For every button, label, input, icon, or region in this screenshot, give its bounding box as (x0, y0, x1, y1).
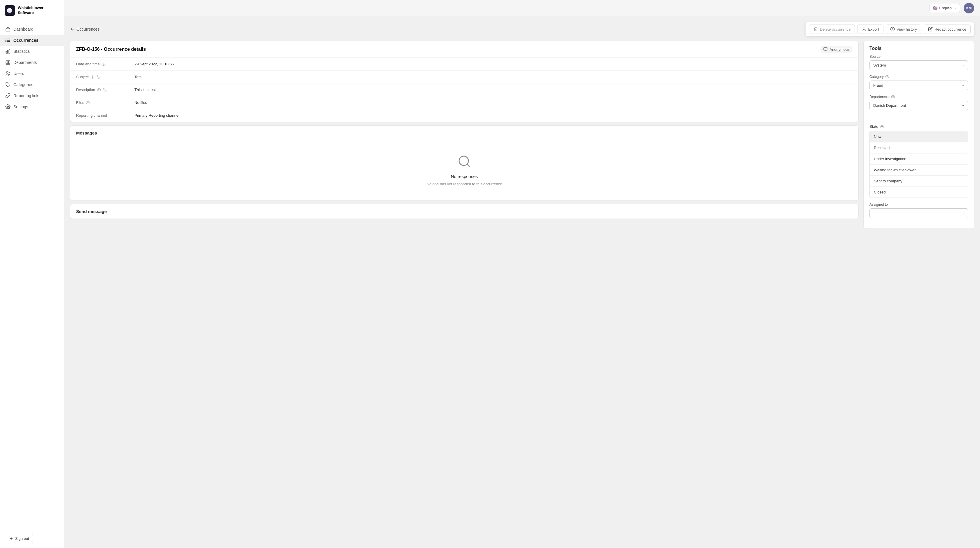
send-message-card: Send message (70, 204, 859, 219)
list-icon (5, 38, 11, 43)
sidebar-label-reporting-link: Reporting link (13, 93, 38, 98)
main-content: 🇬🇧 English KM Occurrences Delete occurre… (64, 0, 980, 548)
sidebar-item-departments[interactable]: Departments (0, 57, 64, 68)
no-responses-title: No responses (451, 174, 478, 179)
view-history-button[interactable]: View history (886, 24, 921, 34)
field-label-date-time: Date and time (76, 62, 134, 66)
building-icon (5, 60, 11, 65)
tools-assigned-label: Assigned to (869, 202, 968, 207)
avatar[interactable]: KM (964, 3, 974, 13)
field-value-files: No files (134, 100, 147, 105)
sidebar-label-settings: Settings (13, 105, 28, 109)
tools-category-select[interactable]: Fraud (869, 81, 968, 90)
tools-category-label: Category (869, 75, 968, 79)
state-option-new[interactable]: New (870, 131, 968, 142)
sidebar-item-dashboard[interactable]: Dashboard (0, 24, 64, 35)
no-responses-icon (457, 155, 471, 171)
delete-occurrence-button[interactable]: Delete occurrence (809, 24, 855, 34)
tools-source-select[interactable]: System (869, 61, 968, 70)
sidebar-label-occurrences: Occurrences (13, 38, 38, 43)
send-message-header: Send message (70, 204, 858, 218)
state-option-received[interactable]: Received (870, 142, 968, 153)
svg-point-15 (6, 72, 8, 73)
field-label-files: Files (76, 100, 134, 105)
sidebar: Whistleblower Software Dashboard Occurre… (0, 0, 64, 548)
eye-icon[interactable] (102, 62, 106, 66)
sidebar-item-occurrences[interactable]: Occurrences (0, 35, 64, 46)
sign-out-button[interactable]: Sign out (5, 534, 33, 543)
logo-text: Whistleblower Software (18, 6, 59, 16)
tools-category-field: Category Fraud (869, 75, 968, 90)
svg-rect-8 (8, 50, 8, 53)
eye-icon-category[interactable] (885, 75, 889, 79)
edit-icon (928, 27, 933, 32)
tools-assigned-select[interactable] (869, 208, 968, 218)
svg-point-24 (92, 76, 93, 78)
translate-icon-desc[interactable] (103, 88, 107, 92)
settings-icon (5, 104, 11, 110)
no-responses-subtitle: No one has yet responded to this occurre… (427, 182, 502, 186)
link-icon (5, 93, 11, 98)
delete-label: Delete occurrence (820, 27, 851, 32)
svg-point-26 (88, 102, 89, 103)
eye-icon-state[interactable] (880, 124, 884, 129)
send-message-title: Send message (76, 209, 107, 214)
svg-rect-9 (9, 49, 10, 53)
language-label: English (939, 6, 952, 10)
signout-icon (8, 536, 13, 541)
state-option-waiting[interactable]: Waiting for whistleblower (870, 164, 968, 176)
eye-icon-departments[interactable] (891, 95, 895, 99)
sidebar-item-settings[interactable]: Settings (0, 101, 64, 112)
tools-source-label: Source (869, 54, 968, 59)
eye-icon-subject[interactable] (91, 75, 94, 79)
back-arrow-icon (70, 27, 75, 32)
svg-point-29 (887, 76, 888, 77)
sidebar-item-statistics[interactable]: Statistics (0, 46, 64, 57)
breadcrumb[interactable]: Occurrences (70, 27, 99, 32)
messages-header: Messages (70, 126, 858, 140)
sign-out-label: Sign out (15, 536, 29, 541)
field-label-reporting-channel: Reporting channel (76, 113, 134, 118)
svg-point-4 (6, 39, 6, 40)
occurrence-card-header: ZFB-O-156 - Occurrence details Anonymous (70, 41, 858, 58)
trash-icon (813, 27, 818, 32)
language-selector[interactable]: 🇬🇧 English (929, 4, 960, 12)
field-label-subject: Subject (76, 75, 134, 79)
svg-rect-7 (6, 51, 7, 53)
field-files: Files No files (70, 96, 858, 109)
translate-icon-subject[interactable] (96, 75, 100, 79)
redact-label: Redact occurrence (934, 27, 966, 32)
anonymous-badge: Anonymous (820, 46, 853, 53)
svg-point-23 (103, 64, 104, 65)
no-responses-area: No responses No one has yet responded to… (70, 140, 858, 200)
eye-icon-desc[interactable] (97, 88, 101, 92)
logo: Whistleblower Software (0, 0, 64, 21)
tools-departments-select[interactable]: Danish Department (869, 101, 968, 110)
tools-assigned-body: Assigned to (864, 202, 974, 228)
field-value-reporting-channel: Primary Reporting channel (134, 113, 180, 118)
svg-point-31 (882, 126, 883, 127)
redact-occurrence-button[interactable]: Redact occurrence (924, 24, 970, 34)
eye-icon-files[interactable] (86, 101, 90, 105)
export-button[interactable]: Export (857, 24, 883, 34)
tools-departments-field: Departments Danish Department (869, 95, 968, 110)
state-label-row: State (864, 121, 974, 131)
sidebar-item-reporting-link[interactable]: Reporting link (0, 90, 64, 101)
topbar: 🇬🇧 English KM (64, 0, 980, 16)
export-icon (862, 27, 866, 32)
svg-rect-22 (824, 48, 827, 50)
sidebar-item-users[interactable]: Users (0, 68, 64, 79)
tools-card: Tools Source System Category (863, 41, 974, 229)
action-bar: Occurrences Delete occurrence Export Vie… (70, 22, 974, 36)
state-option-under-investigation[interactable]: Under investigation (870, 153, 968, 164)
tools-state-section: State New Received Under investigation W… (864, 121, 974, 198)
chevron-down-icon (953, 6, 957, 10)
svg-point-25 (98, 89, 99, 91)
export-label: Export (868, 27, 879, 32)
state-label: State (869, 124, 878, 129)
right-panel: Tools Source System Category (863, 41, 974, 229)
state-option-sent-to-company[interactable]: Sent to company (870, 176, 968, 187)
state-option-closed[interactable]: Closed (870, 187, 968, 198)
field-value-description: This is a test (134, 88, 156, 92)
sidebar-item-categories[interactable]: Categories (0, 79, 64, 90)
